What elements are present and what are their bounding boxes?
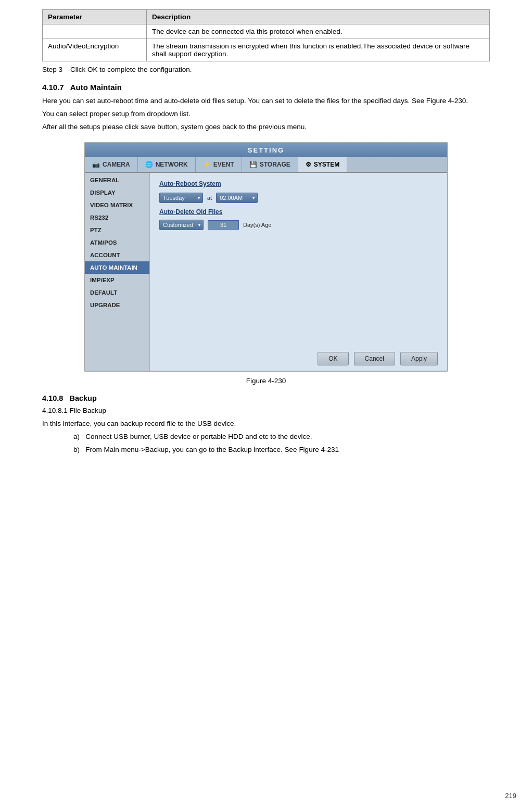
list-item-a: a) Connect USB burner, USB device or por… <box>73 432 490 443</box>
section-408-subtitle: 4.10.8.1 File Backup <box>42 406 490 416</box>
sidebar-item-impexp[interactable]: IMP/EXP <box>85 274 149 286</box>
section-407-para1: Here you can set auto-reboot time and au… <box>42 96 490 107</box>
day-select-wrapper[interactable]: Tuesday Monday Wednesday Thursday Friday… <box>159 193 203 203</box>
camera-icon <box>92 161 100 168</box>
table-header-description: Description <box>146 10 489 24</box>
table-cell-desc-2: The stream transmission is encrypted whe… <box>146 39 489 61</box>
tab-camera[interactable]: CAMERA <box>85 157 138 172</box>
table-header-parameter: Parameter <box>43 10 147 24</box>
table-cell-desc-1: The device can be connected via this pro… <box>146 24 489 39</box>
table-cell-param-1 <box>43 24 147 39</box>
sidebar-item-ptz[interactable]: PTZ <box>85 224 149 236</box>
page-number: 219 <box>505 792 516 800</box>
section-407-number: 4.10.7 <box>42 83 64 92</box>
table-cell-param-2: Audio/VideoEncryption <box>43 39 147 61</box>
sidebar-item-automaintain[interactable]: AUTO MAINTAIN <box>85 261 149 274</box>
dvr-screenshot: SETTING CAMERA NETWORK EVENT STORAGE SYS… <box>84 142 448 372</box>
sidebar-item-upgrade[interactable]: UPGRADE <box>85 299 149 311</box>
section-408-intro: In this interface, you can backup record… <box>42 419 490 429</box>
sidebar-item-account[interactable]: ACCOUNT <box>85 249 149 261</box>
sidebar-item-display[interactable]: DISPLAY <box>85 186 149 199</box>
time-select[interactable]: 02:00AM <box>216 193 258 203</box>
dvr-tabbar: CAMERA NETWORK EVENT STORAGE SYSTEM <box>85 157 447 173</box>
sidebar-item-default[interactable]: DEFAULT <box>85 286 149 299</box>
list-text-a: Connect USB burner, USB device or portab… <box>85 433 312 440</box>
ok-button[interactable]: OK <box>318 352 348 365</box>
section-408-number: 4.10.8 <box>42 394 63 402</box>
table-row: Audio/VideoEncryption The stream transmi… <box>43 39 490 61</box>
dvr-main-panel: Auto-Reboot System Tuesday Monday Wednes… <box>150 173 447 267</box>
step3-content: Click OK to complete the configuration. <box>70 66 192 73</box>
tab-system[interactable]: SYSTEM <box>298 157 347 172</box>
table-row: The device can be connected via this pro… <box>43 24 490 39</box>
tab-event-label: EVENT <box>213 161 234 168</box>
system-icon <box>306 161 311 168</box>
tab-event[interactable]: EVENT <box>196 157 242 172</box>
sidebar-item-videomatrix[interactable]: VIDEO MATRIX <box>85 199 149 211</box>
tab-system-label: SYSTEM <box>314 161 339 168</box>
list-label-a: a) <box>73 433 80 440</box>
days-ago-label: Day(s) Ago <box>243 222 271 228</box>
figure-caption: Figure 4-230 <box>32 377 500 385</box>
section-408-heading: 4.10.8 Backup <box>42 394 490 402</box>
sidebar-item-rs232[interactable]: RS232 <box>85 211 149 224</box>
tab-network[interactable]: NETWORK <box>138 157 196 172</box>
dvr-sidebar: GENERAL DISPLAY VIDEO MATRIX RS232 PTZ A… <box>85 173 150 371</box>
autodelete-title: Auto-Delete Old Files <box>159 208 438 216</box>
tab-storage[interactable]: STORAGE <box>242 157 298 172</box>
storage-icon <box>249 161 257 168</box>
autoreboot-row: Tuesday Monday Wednesday Thursday Friday… <box>159 193 438 203</box>
dvr-body: GENERAL DISPLAY VIDEO MATRIX RS232 PTZ A… <box>85 173 447 371</box>
section-407-para2: You can select proper setup from dropdow… <box>42 109 490 120</box>
apply-button[interactable]: Apply <box>400 352 438 365</box>
dvr-titlebar: SETTING <box>85 143 447 157</box>
delete-days-input[interactable] <box>208 220 239 230</box>
cancel-button[interactable]: Cancel <box>354 352 395 365</box>
time-select-wrapper[interactable]: 02:00AM <box>216 193 258 203</box>
step3-label: Step 3 <box>42 66 62 73</box>
tab-camera-label: CAMERA <box>103 161 130 168</box>
section-408-title: Backup <box>69 394 96 402</box>
sidebar-item-atm[interactable]: ATM/POS <box>85 236 149 249</box>
list-item-b: b) From Main menu->Backup, you can go to… <box>73 445 490 456</box>
section-407-para3: After all the setups please click save b… <box>42 122 490 133</box>
autodelete-row: Customized Never Day(s) Ago <box>159 220 438 230</box>
section-407-heading: 4.10.7 Auto Maintain <box>42 83 490 92</box>
network-icon <box>145 161 153 168</box>
step3-text: Step 3 Click OK to complete the configur… <box>42 66 490 73</box>
section-407-title: Auto Maintain <box>70 83 122 92</box>
tab-storage-label: STORAGE <box>260 161 290 168</box>
dvr-button-row: OK Cancel Apply <box>150 346 447 371</box>
list-text-b: From Main menu->Backup, you can go to th… <box>85 446 339 453</box>
day-select[interactable]: Tuesday Monday Wednesday Thursday Friday… <box>159 193 203 203</box>
autoreboot-title: Auto-Reboot System <box>159 180 438 187</box>
delete-mode-select[interactable]: Customized Never <box>159 220 204 230</box>
list-label-b: b) <box>73 446 80 453</box>
at-label: at <box>207 195 212 201</box>
delete-mode-wrapper[interactable]: Customized Never <box>159 220 204 230</box>
event-icon <box>203 161 211 168</box>
tab-network-label: NETWORK <box>156 161 188 168</box>
sidebar-item-general[interactable]: GENERAL <box>85 174 149 186</box>
parameter-table: Parameter Description The device can be … <box>42 9 490 61</box>
